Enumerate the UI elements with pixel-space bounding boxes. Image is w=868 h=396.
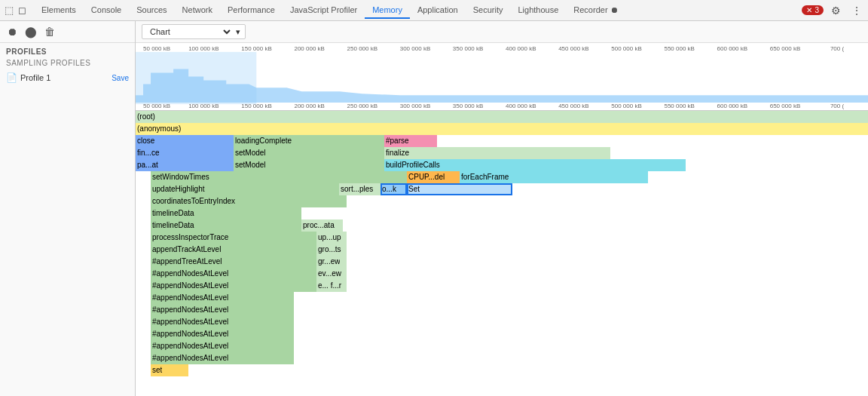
svg-text:200 000 kB: 200 000 kB [294,103,325,109]
svg-text:350 000 kB: 350 000 kB [453,103,484,109]
chevron-down-icon: ▾ [236,27,240,37]
flame-row-appendtrack: appendTrackAtLevel gro...ts [136,244,868,256]
flame-row-appendnodes4: #appendNodesAtLevel [136,304,868,316]
stop-button[interactable]: ⬤ [23,24,39,39]
tab-lighthouse[interactable]: Lighthouse [510,2,566,19]
flame-row-update: updateHighlight sort...ples o...k Set [136,183,868,195]
svg-text:250 000 kB: 250 000 kB [347,103,378,109]
flame-row-root[interactable]: (root) [136,111,868,123]
root-label: (root) [137,111,155,123]
tab-network[interactable]: Network [175,2,220,19]
svg-text:100 000 kB: 100 000 kB [188,103,219,109]
svg-text:600 000 kB: 600 000 kB [717,103,748,109]
error-badge[interactable]: ✕ 3 [802,5,824,15]
sidebar-title: Profiles [0,43,135,57]
save-profile-button[interactable]: Save [112,74,129,82]
svg-text:400 000 kB: 400 000 kB [506,103,536,109]
svg-text:450 000 kB: 450 000 kB [558,45,589,52]
flame-row-appendnodes5: #appendNodesAtLevel [136,316,868,328]
flame-row-appendnodes2: #appendNodesAtLevel e... f...r [136,280,868,292]
svg-text:700 (: 700 ( [830,45,845,52]
clear-button[interactable]: 🗑 [42,24,57,39]
more-button[interactable]: ⋮ [848,3,865,18]
chart-toolbar: Chart Heavy (Bottom Up) Tree (Top Down) … [136,21,868,43]
sidebar-toolbar: ⏺ ⬤ 🗑 [0,21,135,43]
svg-text:300 000 kB: 300 000 kB [400,103,431,109]
flame-row-inspector: processInspectorTrace up...up [136,232,868,244]
svg-text:700 (: 700 ( [830,103,845,109]
svg-text:500 000 kB: 500 000 kB [611,103,642,109]
tab-console[interactable]: Console [84,2,129,19]
flame-row-setwindow: setWindowTimes CPUP...del forEachFrame [136,171,868,183]
flame-row-appendtree: #appendTreeAtLevel gr...ew [136,256,868,268]
flame-row-timeline1: timelineData [136,207,868,219]
error-icon: ✕ [806,6,812,14]
flame-row-timeline2: timelineData proc...ata [136,219,868,232]
svg-text:50 000 kB: 50 000 kB [143,103,170,109]
tab-sources[interactable]: Sources [129,2,174,19]
devtools-icon-2[interactable]: ◻ [17,3,28,17]
anonymous-label: (anonymous) [137,123,181,135]
svg-text:150 000 kB: 150 000 kB [241,103,272,109]
svg-text:300 000 kB: 300 000 kB [400,45,431,52]
svg-text:650 000 kB: 650 000 kB [770,103,801,109]
flame-row-anonymous[interactable]: (anonymous) [136,123,868,135]
devtools-icon-1[interactable]: ⬚ [3,3,15,17]
flame-row-appendnodes6: #appendNodesAtLevel [136,328,868,340]
flame-row-finalize: fin...ce setModel finalize [136,147,868,159]
svg-text:500 000 kB: 500 000 kB [611,45,642,52]
chart-overview[interactable]: 50 000 kB 100 000 kB 150 000 kB 200 000 … [136,43,868,111]
chart-svg: 50 000 kB 100 000 kB 150 000 kB 200 000 … [136,43,868,110]
tab-memory[interactable]: Memory [365,2,410,19]
settings-button[interactable]: ⚙ [828,3,844,18]
flame-row-close: close loadingComplete #parse [136,135,868,147]
flame-row-pa: pa...at setModel buildProfileCalls [136,159,868,171]
flame-row-coord: coordinatesToEntryIndex [136,195,868,207]
svg-text:350 000 kB: 350 000 kB [453,45,484,52]
svg-text:150 000 kB: 150 000 kB [241,45,272,52]
chart-select[interactable]: Chart Heavy (Bottom Up) Tree (Top Down) … [147,26,233,37]
flame-graph-area[interactable]: (root) (anonymous) close loadingComplete [136,111,868,396]
flame-row-appendnodes1: #appendNodesAtLevel ev...ew [136,268,868,280]
tab-recorder[interactable]: Recorder ⏺ [566,2,625,19]
svg-text:400 000 kB: 400 000 kB [506,45,536,52]
tab-security[interactable]: Security [466,2,511,19]
sidebar-section-label: SAMPLING PROFILES [0,57,135,70]
tab-application[interactable]: Application [410,2,466,19]
svg-text:550 000 kB: 550 000 kB [664,45,695,52]
svg-text:650 000 kB: 650 000 kB [770,45,801,52]
error-count: 3 [815,6,819,14]
top-bar-right: ✕ 3 ⚙ ⋮ [802,3,865,18]
svg-text:600 000 kB: 600 000 kB [717,45,748,52]
profile-name: Profile 1 [20,73,108,82]
flame-row-appendnodes8: #appendNodesAtLevel [136,352,868,364]
svg-text:200 000 kB: 200 000 kB [294,45,325,52]
nav-tabs: Elements Console Sources Network Perform… [34,2,802,19]
flame-table: (root) (anonymous) close loadingComplete [136,111,868,396]
content-area: Chart Heavy (Bottom Up) Tree (Top Down) … [136,21,868,396]
flame-row-appendnodes3: #appendNodesAtLevel [136,292,868,304]
sidebar: ⏺ ⬤ 🗑 Profiles SAMPLING PROFILES 📄 Profi… [0,21,136,396]
svg-text:100 000 kB: 100 000 kB [188,45,219,52]
record-button[interactable]: ⏺ [5,24,20,39]
top-bar: ⬚ ◻ Elements Console Sources Network Per… [0,0,868,21]
devtools-icon-group: ⬚ ◻ [3,3,28,17]
svg-text:250 000 kB: 250 000 kB [347,45,378,52]
tab-elements[interactable]: Elements [34,2,84,19]
profile-item[interactable]: 📄 Profile 1 Save [0,70,135,85]
profile-icon: 📄 [6,72,17,83]
tab-javascript-profiler[interactable]: JavaScript Profiler [283,2,365,19]
flame-row-set: set [136,364,868,376]
svg-text:450 000 kB: 450 000 kB [558,103,589,109]
flame-row-appendnodes7: #appendNodesAtLevel [136,340,868,352]
chart-select-wrapper[interactable]: Chart Heavy (Bottom Up) Tree (Top Down) … [142,24,246,39]
tab-performance[interactable]: Performance [220,2,283,19]
main-layout: ⏺ ⬤ 🗑 Profiles SAMPLING PROFILES 📄 Profi… [0,21,868,396]
svg-text:50 000 kB: 50 000 kB [143,45,170,52]
svg-text:550 000 kB: 550 000 kB [664,103,695,109]
